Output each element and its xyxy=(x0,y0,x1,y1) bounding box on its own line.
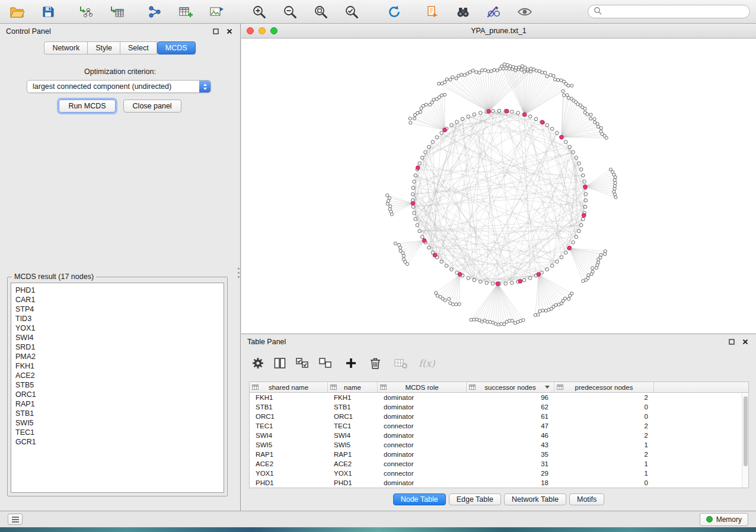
panel-splitter-handle[interactable] xyxy=(238,265,240,280)
table-row[interactable]: PHD1PHD1dominator180 xyxy=(250,478,742,488)
table-cell: ACE2 xyxy=(328,460,378,467)
mcds-result-item[interactable]: TID3 xyxy=(15,314,219,323)
column-header-successor-nodes[interactable]: successor nodes xyxy=(467,382,554,392)
new-table-icon[interactable] xyxy=(174,2,197,21)
table-row[interactable]: ACE2ACE2connector311 xyxy=(250,459,742,469)
table-row[interactable]: RAP1RAP1dominator352 xyxy=(250,450,742,459)
table-cell: 0 xyxy=(554,479,654,486)
table-cell: 1 xyxy=(554,460,654,467)
close-window-icon[interactable] xyxy=(247,27,254,34)
table-cell: ACE2 xyxy=(250,460,328,467)
mcds-result-item[interactable]: RAP1 xyxy=(15,399,219,409)
import-network-icon[interactable] xyxy=(75,2,97,21)
new-network-icon[interactable] xyxy=(143,2,166,21)
table-row[interactable]: FKH1FKH1dominator962 xyxy=(250,393,742,402)
mcds-result-item[interactable]: SWI4 xyxy=(15,333,219,342)
zoom-out-icon[interactable] xyxy=(279,2,301,21)
minimize-window-icon[interactable] xyxy=(259,27,266,34)
table-row[interactable]: ORC1ORC1dominator610 xyxy=(250,412,742,421)
save-icon[interactable] xyxy=(37,2,59,21)
export-image-icon[interactable] xyxy=(205,2,228,21)
mcds-result-item[interactable]: ORC1 xyxy=(15,390,219,399)
copy-view-icon[interactable] xyxy=(421,2,444,21)
eye-icon[interactable] xyxy=(513,2,536,21)
close-panel-button[interactable]: Close panel xyxy=(123,100,181,113)
mcds-result-item[interactable]: TEC1 xyxy=(15,428,219,437)
mcds-result-item[interactable]: FKH1 xyxy=(15,361,219,371)
show-columns-icon[interactable] xyxy=(273,356,287,370)
mcds-result-item[interactable]: STB5 xyxy=(15,380,219,390)
table-cell: 2 xyxy=(554,422,654,430)
criterion-dropdown[interactable]: largest connected component (undirected) xyxy=(27,80,211,93)
delete-rows-icon[interactable] xyxy=(369,356,382,370)
table-cell: 43 xyxy=(467,441,554,448)
table-cell: 2 xyxy=(554,432,654,439)
mcds-result-item[interactable]: STP4 xyxy=(15,305,219,314)
column-header-shared-name[interactable]: shared name xyxy=(250,382,328,392)
mcds-result-item[interactable]: STB1 xyxy=(15,409,219,418)
table-scrollbar[interactable] xyxy=(742,393,748,488)
tab-edge-table[interactable]: Edge Table xyxy=(449,493,501,505)
table-row[interactable]: STB1STB1dominator620 xyxy=(250,402,742,412)
add-row-icon[interactable] xyxy=(344,357,358,370)
table-cell: PHD1 xyxy=(250,479,328,486)
close-panel-icon[interactable] xyxy=(225,27,234,36)
network-canvas[interactable] xyxy=(241,39,756,333)
tab-mcds[interactable]: MCDS xyxy=(157,41,196,55)
network-titlebar[interactable]: YPA_prune.txt_1 xyxy=(241,24,756,39)
table-row[interactable]: SWI5SWI5connector431 xyxy=(250,440,742,450)
mcds-result-item[interactable]: CAR1 xyxy=(15,295,219,305)
status-menu-button[interactable] xyxy=(8,514,23,525)
column-header-predecessor-nodes[interactable]: predecessor nodes xyxy=(554,382,654,392)
run-mcds-button[interactable]: Run MCDS xyxy=(59,100,115,113)
unselect-all-icon[interactable] xyxy=(318,356,333,370)
table-cell: connector xyxy=(378,422,467,430)
float-panel-icon[interactable] xyxy=(211,27,221,36)
refresh-icon[interactable] xyxy=(383,2,406,21)
mcds-result-item[interactable]: ACE2 xyxy=(15,371,219,380)
mcds-result-item[interactable]: GCR1 xyxy=(15,437,219,447)
scrollbar-thumb[interactable] xyxy=(744,396,748,466)
search-box[interactable] xyxy=(588,5,750,18)
table-cell: RAP1 xyxy=(328,451,378,458)
mcds-result-item[interactable]: PMA2 xyxy=(15,352,219,361)
table-cell: connector xyxy=(378,470,467,477)
memory-button[interactable]: Memory xyxy=(700,513,748,526)
mcds-result-item[interactable]: SRD1 xyxy=(15,342,219,352)
table-row[interactable]: YOX1YOX1connector291 xyxy=(250,469,742,478)
maximize-window-icon[interactable] xyxy=(270,27,277,34)
column-header-MCDS-role[interactable]: MCDS role xyxy=(378,382,467,392)
search-input[interactable] xyxy=(605,7,744,17)
zoom-in-icon[interactable] xyxy=(248,2,270,21)
column-sort-caret-icon[interactable] xyxy=(545,386,550,389)
table-row[interactable]: TEC1TEC1connector472 xyxy=(250,421,742,431)
tab-motifs[interactable]: Motifs xyxy=(569,493,604,505)
table-row[interactable]: SWI4SWI4dominator462 xyxy=(250,431,742,440)
import-table-icon[interactable] xyxy=(106,2,128,21)
tab-network-table[interactable]: Network Table xyxy=(504,493,566,505)
mcds-result-item[interactable]: PHD1 xyxy=(15,286,219,295)
node-table: shared namenameMCDS rolesuccessor nodesp… xyxy=(249,382,749,488)
zoom-selected-icon[interactable] xyxy=(340,2,363,21)
mcds-result-list[interactable]: PHD1CAR1STP4TID3YOX1SWI4SRD1PMA2FKH1ACE2… xyxy=(11,283,224,493)
mcds-result-item[interactable]: YOX1 xyxy=(15,323,219,333)
table-cell: 31 xyxy=(467,460,554,467)
mcds-result-item[interactable]: SWI5 xyxy=(15,418,219,428)
tab-node-table[interactable]: Node Table xyxy=(393,493,446,505)
zoom-fit-icon[interactable] xyxy=(310,2,332,21)
tab-select[interactable]: Select xyxy=(120,41,157,55)
table-cell: 0 xyxy=(554,403,654,411)
apply-style-icon[interactable] xyxy=(483,2,505,21)
table-panel-tabs: Node TableEdge TableNetwork TableMotifs xyxy=(241,493,756,505)
table-cell: SWI4 xyxy=(328,432,378,439)
column-header-name[interactable]: name xyxy=(328,382,378,392)
select-all-icon[interactable] xyxy=(295,356,310,370)
table-settings-icon[interactable] xyxy=(251,356,265,370)
open-folder-icon[interactable] xyxy=(6,2,28,21)
table-panel: Table Panel f(x) share xyxy=(241,334,756,511)
float-table-panel-icon[interactable] xyxy=(727,337,736,347)
tab-network[interactable]: Network xyxy=(44,41,88,55)
close-table-panel-icon[interactable] xyxy=(741,337,750,347)
binoculars-icon[interactable] xyxy=(452,2,474,21)
tab-style[interactable]: Style xyxy=(87,41,120,55)
